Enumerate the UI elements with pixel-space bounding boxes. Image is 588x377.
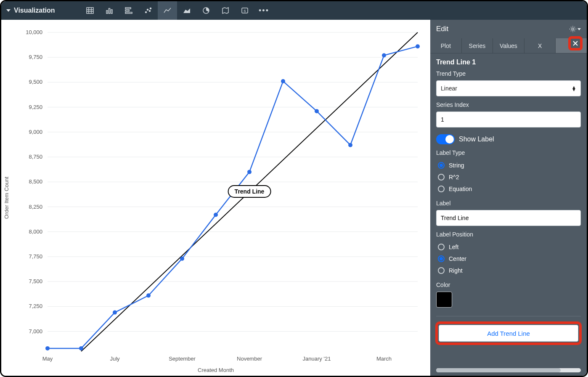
label-type-group: String R^2 Equation: [436, 159, 581, 195]
label-type-equation[interactable]: Equation: [436, 183, 581, 195]
label-input[interactable]: [436, 210, 581, 226]
bar-chart-icon[interactable]: [119, 1, 138, 20]
area-chart-icon[interactable]: [177, 1, 196, 20]
trend-type-label: Trend Type: [436, 70, 581, 77]
svg-text:September: September: [169, 356, 196, 362]
radio-label: Right: [449, 267, 463, 274]
tab-values[interactable]: Values: [493, 38, 524, 53]
map-chart-icon[interactable]: [216, 1, 235, 20]
caret-down-icon: [6, 9, 11, 12]
label-field[interactable]: [441, 210, 576, 226]
label-pos-left[interactable]: Left: [436, 241, 581, 253]
radio-icon: [438, 186, 445, 192]
radio-label: Center: [449, 255, 466, 262]
svg-text:7,250: 7,250: [29, 303, 42, 309]
svg-text:8,000: 8,000: [29, 228, 42, 235]
label-type-r2[interactable]: R^2: [436, 171, 581, 183]
tab-series[interactable]: Series: [462, 38, 493, 53]
label-type-string[interactable]: String: [436, 159, 581, 171]
trend-type-select[interactable]: Linear ▲▼: [436, 80, 581, 96]
edit-panel: Edit Plot Series Values X Y Trend Line 1: [430, 20, 587, 376]
svg-point-14: [150, 8, 151, 9]
more-viz-icon[interactable]: •••: [254, 1, 274, 20]
label-position-label: Label Position: [436, 231, 581, 238]
scrollbar-thumb[interactable]: [436, 368, 561, 372]
svg-text:March: March: [376, 356, 392, 362]
svg-text:7,500: 7,500: [29, 278, 42, 284]
radio-label: Left: [449, 244, 458, 250]
svg-point-56: [382, 53, 386, 57]
chart-area: 7,0007,2507,5007,7508,0008,2508,5008,750…: [1, 20, 430, 376]
table-viz-icon[interactable]: [80, 1, 100, 20]
svg-point-50: [180, 257, 184, 261]
app-window: Visualization: [0, 0, 588, 377]
svg-text:8,750: 8,750: [29, 154, 42, 160]
svg-point-11: [145, 12, 146, 13]
line-chart: 7,0007,2507,5007,7508,0008,2508,5008,750…: [1, 20, 430, 377]
radio-icon: [438, 162, 445, 169]
label-pos-right[interactable]: Right: [436, 265, 581, 276]
series-index-input[interactable]: [436, 112, 581, 127]
section-title: Trend Line 1: [436, 58, 476, 66]
svg-text:6: 6: [244, 9, 246, 13]
panel-tabs: Plot Series Values X Y: [430, 38, 587, 53]
tab-plot[interactable]: Plot: [430, 38, 462, 53]
svg-text:7,000: 7,000: [29, 328, 42, 335]
svg-text:November: November: [237, 356, 262, 362]
svg-point-53: [281, 79, 285, 83]
svg-point-48: [113, 311, 117, 315]
column-chart-icon[interactable]: [100, 1, 119, 20]
radio-icon: [438, 244, 445, 250]
svg-point-54: [315, 109, 319, 113]
show-label-text: Show Label: [459, 135, 494, 143]
horizontal-scrollbar[interactable]: [436, 368, 581, 372]
remove-trend-line-button[interactable]: [569, 37, 582, 50]
tab-x[interactable]: X: [524, 38, 556, 53]
svg-rect-6: [109, 8, 110, 13]
visualization-title: Visualization: [14, 7, 55, 14]
svg-text:10,000: 10,000: [26, 29, 42, 35]
svg-rect-7: [111, 10, 112, 13]
label-field-label: Label: [436, 200, 581, 207]
svg-marker-15: [183, 8, 190, 13]
x-axis-label: Created Month: [198, 367, 234, 373]
visualization-header[interactable]: Visualization: [6, 7, 55, 14]
svg-text:9,500: 9,500: [29, 79, 42, 85]
add-trend-line-highlight: Add Trend Line: [436, 322, 581, 344]
add-trend-line-button[interactable]: Add Trend Line: [439, 325, 578, 342]
topbar: Visualization: [1, 1, 587, 20]
svg-rect-8: [125, 8, 131, 9]
svg-rect-0: [87, 8, 93, 13]
radio-icon: [438, 255, 445, 262]
panel-header: Edit: [430, 20, 587, 38]
svg-point-12: [147, 9, 148, 11]
svg-point-55: [348, 143, 352, 147]
svg-point-49: [146, 293, 151, 297]
y-axis-label: Order Item Count: [3, 177, 10, 219]
scatter-chart-icon[interactable]: [138, 1, 158, 20]
label-type-label: Label Type: [436, 149, 581, 156]
series-index-field[interactable]: [441, 112, 576, 127]
series-index-label: Series Index: [436, 101, 581, 108]
single-value-icon[interactable]: 6: [235, 1, 254, 20]
svg-point-47: [79, 346, 83, 350]
line-chart-icon[interactable]: [158, 1, 177, 20]
pie-chart-icon[interactable]: [196, 1, 216, 20]
svg-rect-9: [125, 10, 129, 11]
svg-text:January '21: January '21: [303, 356, 331, 362]
svg-point-13: [149, 11, 150, 12]
svg-point-57: [416, 44, 420, 48]
settings-gear-icon[interactable]: [569, 25, 581, 33]
select-updown-icon: ▲▼: [572, 86, 576, 91]
svg-text:July: July: [110, 356, 120, 362]
svg-marker-65: [577, 28, 581, 30]
show-label-toggle[interactable]: [436, 134, 455, 144]
radio-label: Equation: [449, 186, 472, 192]
radio-label: String: [449, 162, 464, 169]
svg-point-51: [214, 212, 218, 217]
label-pos-center[interactable]: Center: [436, 253, 581, 265]
color-label: Color: [436, 281, 581, 288]
radio-icon: [438, 174, 445, 181]
color-swatch[interactable]: [436, 292, 452, 308]
radio-icon: [438, 267, 445, 274]
